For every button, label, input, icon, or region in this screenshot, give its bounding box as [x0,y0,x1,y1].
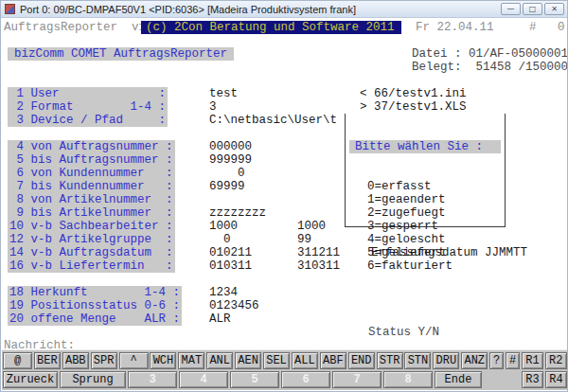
field-value2-16[interactable]: 310311 [297,259,340,273]
field-label-20: 20 offene Menge ALR : [8,312,182,326]
fkey-3: 3 [128,371,177,388]
field-value-6[interactable]: 0 [209,167,245,180]
selection-popup: Bitte wählen Sie : 0=erfasst1=geaendert2… [345,114,506,227]
popup-option-0[interactable]: 0=erfasst [346,180,505,193]
header-counter: # 0 [529,21,565,34]
fkey-8: 8 [383,371,433,388]
app-icon [5,4,15,14]
fkey-r4[interactable]: R4 [545,371,567,388]
field-value-16[interactable]: 010311 [209,259,252,273]
copyright-banner: (c) 2Con Beratung und Software 2011 [141,21,401,34]
fkey-str[interactable]: STR [377,352,403,369]
field-label-5: 5 bis Auftragsnummer : [8,153,175,167]
field-value-10[interactable]: 1000 [209,220,238,233]
field-label-1: 1 User : [8,87,168,100]
fkey-7: 7 [332,371,382,388]
popup-option-6[interactable]: 6=fakturiert [346,259,505,273]
fkey-anz[interactable]: ANZ [461,352,488,369]
field-label-9: 9 bis Artikelnummer : [8,206,175,220]
field-value-20[interactable]: ALR [209,312,231,326]
fkey-wch[interactable]: WCH [150,352,176,369]
field-label-12: 12 v-b Artikelgruppe : [8,233,175,246]
popup-option-1[interactable]: 1=geaendert [346,193,505,206]
field-ref-1: < 66/testv1.ini [360,87,467,100]
fkey-5: 5 [230,371,279,388]
fkey-caret[interactable]: ^ [119,352,149,369]
report-title: bizComm COMET AuftragsReporter [8,47,234,61]
field-value2-12[interactable]: 99 [297,233,311,246]
field-label-10: 10 v-b Sachbearbeiter : [8,220,175,233]
fkey-anl[interactable]: ANL [206,352,233,369]
fkey-4: 4 [179,371,228,388]
fkey-question[interactable]: ? [489,352,504,369]
field-label-4: 4 von Auftragsnummer : [8,140,175,153]
fkey-spr[interactable]: SPR [91,352,117,369]
field-label-19: 19 Positionsstatus 0-6 : [8,299,182,312]
field-value2-10[interactable]: 1000 [297,220,326,233]
form-row-20: 20 offene Menge ALR :ALR [2,312,568,326]
field-value-12[interactable]: 0 [209,233,231,246]
fkey-r2[interactable]: R2 [545,352,567,369]
title-bar: Port 0: 09/BC-DMPAF50V1 <PID:6036> [Made… [1,1,567,18]
field-value-19[interactable]: 0123456 [209,299,259,312]
popup-title: Bitte wählen Sie : [349,140,501,153]
field-value2-14[interactable]: 311211 [297,246,340,259]
popup-option-5[interactable]: 5=geliefert [346,246,505,259]
toolbar-row-1: @BERABBSPR^WCHMATANLAENSELALLABFENDSTRST… [3,352,567,369]
minimize-icon[interactable]: — [501,3,521,15]
popup-option-3[interactable]: 3=gesperrt [346,220,505,233]
popup-option-2[interactable]: 2=zugefuegt [346,206,505,220]
maximize-icon[interactable]: □ [523,3,542,15]
form-row-2: 2 Format 1-4 :3> 37/testv1.XLS [2,100,568,114]
terminal-window: Port 0: 09/BC-DMPAF50V1 <PID:6036> [Made… [0,0,568,392]
field-value-9[interactable]: zzzzzzzz [209,206,266,220]
fkey-at[interactable]: @ [3,352,32,369]
fkey-stn[interactable]: STN [404,352,431,369]
status-hint: Status Y/N [368,326,439,339]
datei-info: Datei : 01/AF-05000001 [412,47,568,61]
fkey-all[interactable]: ALL [292,352,318,369]
fkey-sprung[interactable]: Sprung [60,371,126,388]
fkey-r1[interactable]: R1 [522,352,543,369]
field-ref-2: > 37/testv1.XLS [360,100,467,114]
field-label-7: 7 bis Kundennummer : [8,180,175,193]
fkey-ber[interactable]: BER [34,352,61,369]
app-title: AuftragsReporter v1 [4,21,146,34]
field-value-3[interactable]: C:\netbasic\User\t [209,114,337,127]
popup-option-4[interactable]: 4=geloescht [346,233,505,246]
window-title: Port 0: 09/BC-DMPAF50V1 <PID:6036> [Made… [20,4,356,15]
field-value-2[interactable]: 3 [209,100,217,114]
field-label-18: 18 Herkunft 1-4 : [8,286,182,299]
window-controls: — □ ✕ [501,3,564,15]
fkey-zurueck[interactable]: Zurueck [3,371,58,388]
field-label-3: 3 Device / Pfad : [8,114,168,127]
field-value-18[interactable]: 1234 [209,286,238,299]
fkey-hash[interactable]: # [506,352,520,369]
fkey-r3[interactable]: R3 [522,371,543,388]
popup-item-list: 0=erfasst1=geaendert2=zugefuegt3=gesperr… [346,180,505,273]
field-label-6: 6 von Kundennummer : [8,167,175,180]
form-row-19: 19 Positionsstatus 0-6 :0123456 [2,299,568,312]
function-key-toolbar: @BERABBSPR^WCHMATANLAENSELALLABFENDSTRST… [2,349,568,390]
toolbar-row-2: ZurueckSprung345678EndeR3R4 [3,371,567,388]
field-value-14[interactable]: 010211 [209,246,252,259]
field-value-4[interactable]: 000000 [209,140,252,153]
terminal-screen: AuftragsReporter v1 (c) 2Con Beratung un… [2,19,568,351]
form-row-1: 1 User :test< 66/testv1.ini [2,87,568,100]
field-label-14: 14 v-b Auftragsdatum : [8,246,175,259]
fkey-abb[interactable]: ABB [62,352,89,369]
fkey-6: 6 [281,371,330,388]
fkey-aen[interactable]: AEN [235,352,261,369]
field-value-5[interactable]: 999999 [209,153,252,167]
close-icon[interactable]: ✕ [544,3,564,15]
field-label-16: 16 v-b Liefertermin : [8,259,175,273]
field-value-1[interactable]: test [209,87,238,100]
field-label-2: 2 Format 1-4 : [8,100,168,114]
field-value-7[interactable]: 69999 [209,180,245,193]
fkey-sel[interactable]: SEL [263,352,290,369]
fkey-ende[interactable]: Ende [435,371,482,388]
fkey-mat[interactable]: MAT [178,352,204,369]
fkey-abf[interactable]: ABF [320,352,346,369]
fkey-dru[interactable]: DRU [433,352,459,369]
fkey-end[interactable]: END [348,352,375,369]
